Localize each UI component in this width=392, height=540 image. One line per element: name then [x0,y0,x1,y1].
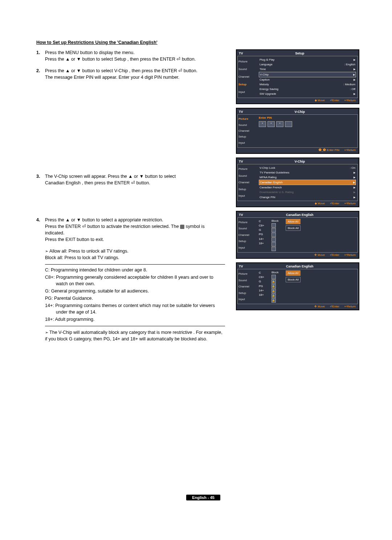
osd-setup: TVSetup Picture Sound Channel Setup Inpu… [236,49,359,104]
step-4-line1: Press the ▲ or ▼ button to select a appr… [45,217,163,222]
step-2-line1: Press the ▲ or ▼ button to select V-Chip… [45,68,197,73]
osd-column: TVSetup Picture Sound Channel Setup Inpu… [236,49,367,310]
auto-block-note: The V-Chip will automatically block any … [45,329,225,342]
section-heading: How to Set up Restrictions Using the 'Ca… [36,40,370,45]
step-4-line2a: Press the ENTER ⏎ button to activate the… [45,224,180,229]
allow-all-note: Allow all: Press to unlock all TV rating… [45,248,225,261]
osd-canadian-english-1: TVCanadian English Picture Sound Channel… [236,211,359,259]
page-number-pill: English - 45 [186,495,220,500]
osd-vchip-list: TVV-Chip Picture Sound Channel Setup Inp… [236,158,359,207]
instruction-column: 1. Press the MENU button to display the … [36,49,225,342]
page-footer: English - 45 [36,495,370,500]
step-1-line1: Press the MENU button to display the men… [45,50,135,55]
step-1: 1. Press the MENU button to display the … [36,49,225,62]
step-4: 4. Press the ▲ or ▼ button to select a a… [36,217,225,243]
step-4-line3: Press the EXIT button to exit. [45,237,104,242]
lock-icon [180,225,184,229]
step-3-line1: The V-Chip screen will appear. Press the… [45,174,176,179]
step-1-line2: Press the ▲ or ▼ button to select Setup … [45,57,196,62]
step-2: 2. Press the ▲ or ▼ button to select V-C… [36,68,225,81]
osd-canadian-english-2: TVCanadian English Picture Sound Channel… [236,262,359,310]
rating-definitions: C: Programming intended for children und… [45,264,225,326]
step-3-line2: Canadian English , then press the ENTER … [45,180,150,185]
step-2-line2: The message Enter PIN will appear. Enter… [45,75,179,80]
osd-enter-pin: TVV-Chip Picture Sound Channel Setup Inp… [236,108,359,154]
step-3: 3. The V-Chip screen will appear. Press … [36,173,225,186]
